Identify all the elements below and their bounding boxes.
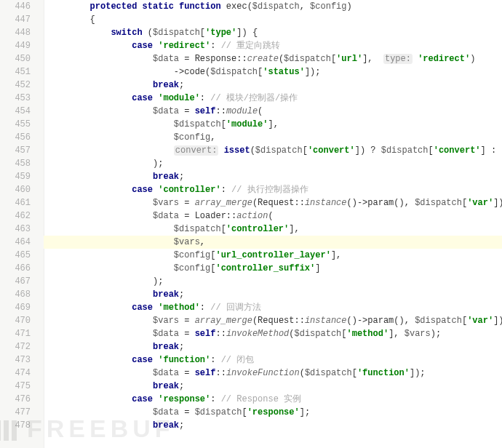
token-pl: ( [289,329,294,339]
code-editor[interactable]: 4464474484494504514524534544554564574584… [0,0,502,448]
token-pl: ], [289,224,299,234]
token-kw: switch [111,28,147,38]
code-line[interactable]: break; [44,170,502,183]
line-number: 448 [0,26,44,39]
code-line[interactable]: ->code($dispatch['status']); [44,65,502,79]
token-pl: ]); [305,67,321,77]
code-line[interactable]: ); [44,275,502,288]
token-pl: ( [268,211,273,221]
code-line[interactable]: $data = self::invokeMethod($dispatch['me… [44,327,502,340]
code-line[interactable]: $vars, [44,236,502,249]
code-line[interactable]: switch ($dispatch['type']) { [44,26,502,39]
code-line[interactable]: $dispatch['controller'], [44,223,502,236]
token-var: $vars [174,237,200,247]
code-area[interactable]: protected static function exec($dispatch… [44,0,502,448]
token-pl: exec [226,1,247,12]
code-line[interactable]: $data = $dispatch['response']; [44,406,502,419]
code-line[interactable]: case 'controller': // 执行控制器操作 [44,183,502,196]
token-var: $dispatch [195,407,242,417]
code-line[interactable]: break; [44,380,502,393]
code-line[interactable]: break; [44,288,502,301]
line-number: 450 [0,52,44,65]
token-pl: ( [300,368,305,378]
token-var: $dispatch [210,67,258,77]
token-pl: : [200,303,210,313]
code-line[interactable]: ); [44,157,502,170]
line-number: 465 [0,249,44,262]
token-pl: ], [331,250,341,260]
code-line[interactable]: $vars = array_merge(Request::instance()-… [44,196,502,209]
code-line[interactable]: case 'module': // 模块/控制器/操作 [44,92,502,105]
line-number: 456 [0,131,44,144]
token-str: 'redirect' [158,41,210,51]
token-pl: ], [362,54,383,64]
code-line[interactable]: case 'response': // Response 实例 [44,393,502,406]
code-line[interactable]: break; [44,340,502,353]
code-line[interactable]: $config['url_controller_layer'], [44,249,502,262]
code-line[interactable]: case 'function': // 闭包 [44,353,502,367]
token-pl: = [179,198,195,208]
code-line[interactable]: $data = Response::create($dispatch['url'… [44,52,502,65]
code-line[interactable]: break; [44,79,502,92]
token-fn-i: create [247,54,279,64]
token-pl: { [90,15,95,25]
token-pl: ()->param(), [347,198,415,208]
token-var: $vars [405,329,431,339]
code-line[interactable]: case 'redirect': // 重定向跳转 [44,39,502,52]
token-pl: = Loader:: [179,211,236,221]
code-line[interactable]: $dispatch['module'], [44,118,502,131]
token-str: 'method' [347,329,389,339]
token-fn-i: module [226,106,258,116]
code-line[interactable]: { [44,13,502,26]
token-str: 'status' [263,67,305,77]
code-line[interactable]: $config, [44,131,502,144]
token-var: $config [174,263,210,273]
token-var: $dispatch [295,329,342,339]
token-var: $data [153,106,179,116]
token-pl: :: [215,106,226,116]
code-line[interactable]: $vars = array_merge(Request::instance()-… [44,314,502,327]
code-line[interactable]: $data = Loader::action( [44,209,502,223]
line-number: 476 [0,393,44,406]
token-fn-i: instance [305,198,347,208]
line-number: 469 [0,301,44,314]
token-kw: break [153,172,179,182]
line-number: 446 [0,0,44,13]
line-number: 463 [0,223,44,236]
token-pl: :: [215,329,226,339]
token-pl: ( [250,145,255,156]
token-var: $vars [153,198,179,208]
token-var: $config [310,1,346,12]
code-line[interactable]: convert: isset($dispatch['convert']) ? $… [44,144,502,157]
token-str: 'var' [467,316,493,326]
line-number: 471 [0,327,44,340]
line-number: 478 [0,419,44,432]
line-number: 447 [0,13,44,26]
line-number: 473 [0,353,44,367]
token-var: $config [174,250,210,260]
code-line[interactable]: $data = self::module( [44,105,502,118]
line-number-gutter: 4464474484494504514524534544554564574584… [0,0,44,448]
code-line[interactable]: protected static function exec($dispatch… [44,0,502,13]
line-number: 466 [0,262,44,275]
token-str: 'controller' [158,185,220,195]
token-pl: = Response:: [179,54,247,64]
token-pl: ( [247,1,252,12]
code-line[interactable]: break; [44,419,502,432]
token-str: 'module' [226,119,268,129]
token-var: $dispatch [153,28,200,38]
code-line[interactable]: $config['controller_suffix'] [44,262,502,275]
token-pl: ( [148,28,153,38]
token-pl: ] : [481,145,502,156]
token-pl: ; [179,172,184,182]
token-pl: = [179,106,195,116]
token-pl: ]; [300,407,310,417]
code-line[interactable]: case 'method': // 回调方法 [44,301,502,314]
token-var: $dispatch [415,316,462,326]
code-line[interactable]: $data = self::invokeFunction($dispatch['… [44,367,502,380]
line-number: 470 [0,314,44,327]
token-var: $data [153,407,179,417]
token-cm: // 回调方法 [210,303,261,313]
token-kw: break [153,289,179,300]
token-pl: ]) { [236,28,258,38]
